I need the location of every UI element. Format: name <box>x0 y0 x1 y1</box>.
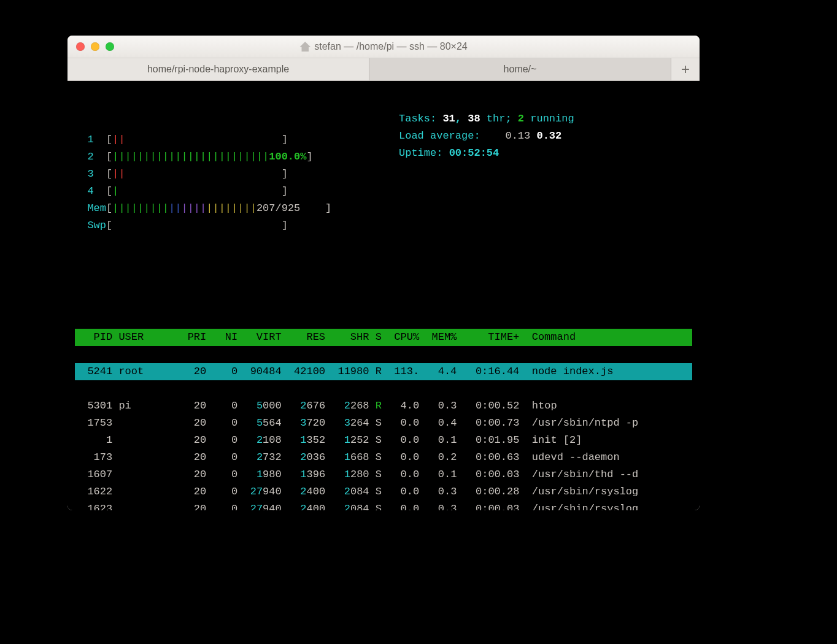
window-title: stefan — /home/pi — ssh — 80×24 <box>299 41 467 52</box>
terminal-window: stefan — /home/pi — ssh — 80×24 home/rpi… <box>68 36 700 510</box>
column-header: PID USER PRI NI VIRT RES SHR S CPU% MEM%… <box>75 329 692 346</box>
tab-1-label: home/~ <box>504 64 537 75</box>
process-row[interactable]: 1 20 0 2108 1352 1252 S 0.0 0.1 0:01.95 … <box>75 432 692 449</box>
process-row[interactable]: 173 20 0 2732 2036 1668 S 0.0 0.2 0:00.6… <box>75 449 692 466</box>
process-row[interactable]: 1753 20 0 5564 3720 3264 S 0.0 0.4 0:00.… <box>75 415 692 432</box>
terminal-body[interactable]: 1 [|| ] 2 [|||||||||||||||||||||||||100.… <box>68 81 700 510</box>
process-row[interactable]: 1622 20 0 27940 2400 2084 S 0.0 0.3 0:00… <box>75 483 692 500</box>
process-list[interactable]: 5301 pi 20 0 5000 2676 2268 R 4.0 0.3 0:… <box>75 397 692 510</box>
minimize-icon[interactable] <box>91 42 99 51</box>
process-row[interactable]: 1623 20 0 27940 2400 2084 S 0.0 0.3 0:00… <box>75 500 692 510</box>
tab-0-label: home/rpi-node-haproxy-example <box>147 64 289 75</box>
selected-row[interactable]: 5241 root 20 0 90484 42100 11980 R 113. … <box>75 363 692 380</box>
cpu-meters: 1 [|| ] 2 [|||||||||||||||||||||||||100.… <box>75 114 692 234</box>
tab-0[interactable]: home/rpi-node-haproxy-example <box>68 58 369 80</box>
title-bar: stefan — /home/pi — ssh — 80×24 <box>68 36 700 58</box>
window-title-text: stefan — /home/pi — ssh — 80×24 <box>314 41 467 52</box>
window-controls <box>68 42 114 51</box>
home-icon <box>299 42 310 52</box>
tab-bar: home/rpi-node-haproxy-example home/~ + <box>68 58 700 81</box>
right-meters: Tasks: 31, 38 thr; 2 running Load averag… <box>399 93 574 162</box>
plus-icon: + <box>681 61 690 78</box>
process-row[interactable]: 1607 20 0 1980 1396 1280 S 0.0 0.1 0:00.… <box>75 466 692 483</box>
close-icon[interactable] <box>76 42 85 51</box>
new-tab-button[interactable]: + <box>671 58 700 80</box>
zoom-icon[interactable] <box>106 42 114 51</box>
process-row[interactable]: 5301 pi 20 0 5000 2676 2268 R 4.0 0.3 0:… <box>75 397 692 415</box>
tab-1[interactable]: home/~ <box>369 58 671 80</box>
